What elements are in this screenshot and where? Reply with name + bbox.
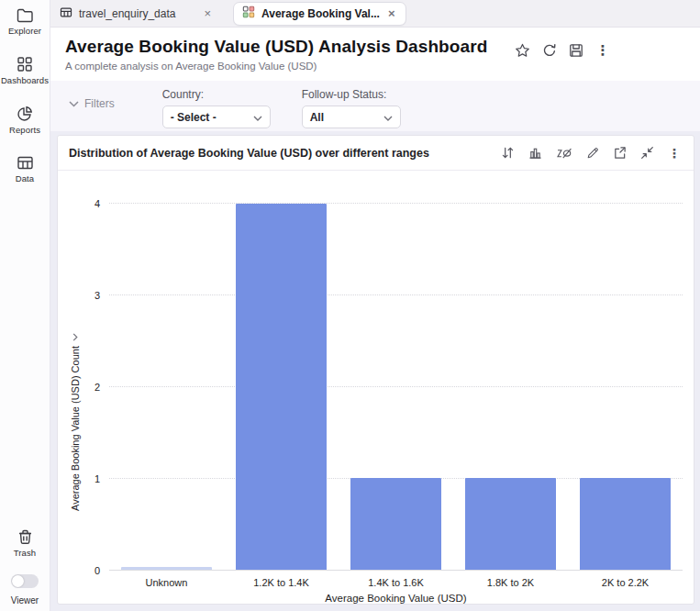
dashboard-header: Average Booking Value (USD) Analysis Das… <box>50 28 700 81</box>
tab-average-booking-dashboard[interactable]: Average Booking Val... × <box>233 2 406 26</box>
chart-toolbar: ⋮ <box>501 146 681 161</box>
chevron-down-icon <box>383 111 393 124</box>
plot-wrap: 01234 Unknown1.2K to 1.4K1.4K to 1.6K1.8… <box>109 204 683 588</box>
refresh-icon[interactable] <box>542 43 557 58</box>
sidebar-item-label: Trash <box>14 548 36 558</box>
sidebar-item-label: Reports <box>9 125 40 135</box>
zia-insights-icon[interactable] <box>556 147 572 160</box>
bar-slot <box>453 204 568 570</box>
bar-slot <box>568 204 683 570</box>
y-tick-label: 0 <box>94 565 100 576</box>
chart-card-header: Distribution of Average Booking Value (U… <box>58 136 694 171</box>
table-icon <box>17 155 34 171</box>
viewer-toggle[interactable] <box>11 574 39 588</box>
sidebar-item-explorer[interactable]: Explorer <box>8 7 41 36</box>
sidebar-item-data[interactable]: Data <box>16 155 34 183</box>
country-select-value: - Select - <box>171 111 217 124</box>
sidebar-item-reports[interactable]: Reports <box>9 106 40 135</box>
country-select[interactable]: - Select - <box>162 106 271 128</box>
page-subtitle: A complete analysis on Average Booking V… <box>65 61 487 72</box>
filters-label: Filters <box>84 97 115 110</box>
followup-status-select[interactable]: All <box>302 106 401 128</box>
followup-status-label: Follow-up Status: <box>302 88 401 101</box>
country-filter-label: Country: <box>162 88 271 101</box>
country-filter: Country: - Select - <box>162 88 271 128</box>
bars <box>109 204 683 571</box>
bar-slot <box>339 204 453 570</box>
sort-icon[interactable] <box>501 146 515 160</box>
x-category-label: 2K to 2.2K <box>568 577 683 588</box>
plot-area: 01234 <box>109 204 683 571</box>
dashboards-grid-icon <box>17 56 33 72</box>
x-category-label: 1.4K to 1.6K <box>339 577 453 588</box>
save-icon[interactable] <box>569 43 583 58</box>
bar[interactable] <box>121 567 212 570</box>
x-axis-title: Average Booking Value (USD) <box>109 593 683 604</box>
sidebar-item-label: Dashboards <box>1 75 49 85</box>
x-category-label: Unknown <box>109 577 224 588</box>
chart-card: Distribution of Average Booking Value (U… <box>57 135 694 605</box>
sidebar: Explorer Dashboards Reports <box>0 0 50 611</box>
close-icon[interactable]: × <box>202 7 213 19</box>
bar[interactable] <box>236 204 327 570</box>
kebab-menu-icon[interactable]: ⋮ <box>595 42 609 59</box>
tab-label: Average Booking Val... <box>261 7 380 20</box>
bar[interactable] <box>580 478 671 570</box>
chart-type-icon[interactable] <box>528 146 542 160</box>
bar-slot <box>224 204 339 570</box>
filter-bar: Filters Country: - Select - Follow-up St… <box>50 81 700 131</box>
sidebar-item-label: Explorer <box>8 26 41 36</box>
y-tick-label: 2 <box>94 382 100 393</box>
chart-area: Average Booking Value (USD) Count 01234 … <box>58 171 694 604</box>
app-window: Explorer Dashboards Reports <box>0 0 700 611</box>
tab-travel-enquiry-data[interactable]: travel_enquiry_data × <box>60 6 217 21</box>
star-favorite-icon[interactable] <box>515 43 530 58</box>
main-area: travel_enquiry_data × Average Booking Va… <box>50 0 700 611</box>
x-category-label: 1.2K to 1.4K <box>224 577 339 588</box>
followup-status-value: All <box>310 111 324 124</box>
bar-slot <box>109 204 224 570</box>
sidebar-item-label: Data <box>16 173 34 183</box>
chevron-icon <box>72 333 78 341</box>
pie-chart-icon <box>17 106 33 122</box>
sidebar-item-dashboards[interactable]: Dashboards <box>1 56 49 85</box>
collapse-icon[interactable] <box>640 146 654 160</box>
folder-icon <box>17 7 34 23</box>
x-category-label: 1.8K to 2K <box>453 577 568 588</box>
dashboard-canvas: Distribution of Average Booking Value (U… <box>50 131 700 611</box>
filters-collapse-toggle[interactable]: Filters <box>69 97 115 110</box>
y-axis-label-text: Average Booking Value (USD) Count <box>70 346 81 511</box>
bar[interactable] <box>465 478 556 570</box>
close-icon[interactable]: × <box>386 7 397 19</box>
viewer-label: Viewer <box>11 595 39 605</box>
open-new-window-icon[interactable] <box>613 146 627 160</box>
header-actions: ⋮ <box>515 42 609 59</box>
chevron-down-icon <box>69 97 79 110</box>
tab-label: travel_enquiry_data <box>79 7 175 20</box>
y-axis-label-wrap: Average Booking Value (USD) Count <box>69 239 82 605</box>
y-tick-label: 1 <box>94 473 100 484</box>
followup-status-filter: Follow-up Status: All <box>302 88 401 128</box>
y-tick-label: 4 <box>94 198 100 209</box>
bar[interactable] <box>350 478 441 570</box>
tab-strip: travel_enquiry_data × Average Booking Va… <box>50 0 700 28</box>
chart-title: Distribution of Average Booking Value (U… <box>69 147 429 160</box>
kebab-menu-icon[interactable]: ⋮ <box>668 146 681 161</box>
y-tick-label: 3 <box>94 290 100 301</box>
sidebar-item-trash[interactable]: Trash <box>14 528 36 558</box>
y-axis-label[interactable]: Average Booking Value (USD) Count <box>70 333 81 511</box>
chevron-down-icon <box>253 111 262 124</box>
dashboard-tab-icon <box>242 6 255 21</box>
table-tab-icon <box>60 6 72 21</box>
page-title: Average Booking Value (USD) Analysis Das… <box>65 37 487 57</box>
trash-icon <box>17 528 33 545</box>
edit-pencil-icon[interactable] <box>586 147 599 160</box>
toggle-knob <box>12 575 24 587</box>
x-labels: Unknown1.2K to 1.4K1.4K to 1.6K1.8K to 2… <box>109 577 683 588</box>
